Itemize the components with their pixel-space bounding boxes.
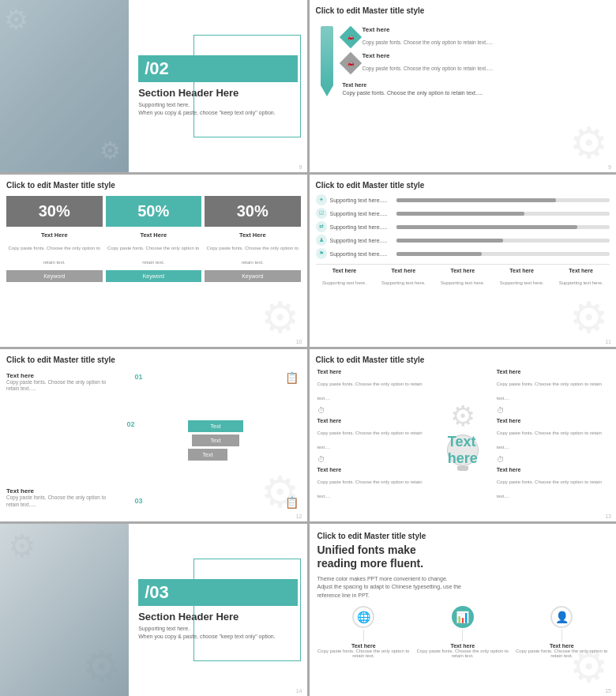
row-text-1: Supporting text here..... (330, 198, 393, 203)
section-header-title: Section Header Here (138, 87, 297, 99)
slide-number: 9 (299, 164, 302, 170)
step-left-bottom: Text here Copy paste fonts. Choose the o… (6, 487, 118, 508)
progress-bar-2 (396, 212, 610, 216)
slide7-content: /03 Section Header Here Supporting text … (129, 524, 306, 696)
clock-icon-4: ⏱ (497, 455, 505, 464)
step-left-top: Text here Copy paste fonts. Choose the o… (6, 372, 118, 393)
slide2-title: Click to edit Master title style (316, 6, 610, 15)
gear-watermark-7: ⚙ (8, 528, 36, 564)
s6-clock-row-4: ⏱ (497, 455, 608, 464)
slide-number-4: 11 (605, 339, 611, 344)
step-left-label2: Text here (6, 487, 118, 495)
step-box-teal-1: Text (188, 420, 243, 432)
icon-col-2: 📊 Text here Copy paste fonts. Choose the… (416, 606, 509, 658)
keyword-2[interactable]: Keyword (106, 270, 202, 282)
diamond-shape-1: 🚗 (339, 25, 361, 47)
section-header-sub3: Supporting text here. (138, 625, 297, 633)
slide8-desc: Theme color makes PPT more convenient to… (317, 575, 609, 600)
stat-box-2: 50% (106, 196, 202, 227)
icon-text-2: Text here Copy paste fonts. Choose the o… (416, 643, 509, 658)
slide-number-5: 12 (296, 514, 302, 519)
stats-row: 30% 50% 30% (6, 196, 301, 227)
slide-number-8: 15 (605, 688, 611, 694)
icon-col-3: 👤 Text here Copy paste fonts. Choose the… (516, 606, 609, 658)
text-label-3: Text Here Copy paste fonts. Choose the o… (205, 231, 301, 267)
text-labels-row: Text Here Copy paste fonts. Choose the o… (6, 231, 301, 267)
gear-icon: ⚙ (4, 4, 28, 36)
diamond-shape-2: 🚗 (339, 51, 361, 73)
slide-2: Click to edit Master title style 🚗 Text … (310, 0, 617, 172)
slide4-title: Click to edit Master title style (316, 181, 610, 190)
slide1-image: ⚙ ⚙ (0, 0, 129, 172)
vertical-line-1 (363, 630, 364, 641)
icon-row-2: ☑ Supporting text here..... (316, 208, 610, 219)
slide8-icons-row: 🌐 Text here Copy paste fonts. Choose the… (317, 606, 609, 658)
stat-box-1: 30% (6, 196, 103, 227)
slide2-extra-text: Text here Copy paste fonts. Choose the o… (343, 81, 610, 97)
label-col-3: Text here Supporting text here. (434, 268, 491, 288)
keyword-3[interactable]: Keyword (205, 270, 301, 282)
diamond-text-1: Text here Copy paste fonts. Choose the o… (362, 26, 494, 47)
text-label-1: Text Here Copy paste fonts. Choose the o… (6, 231, 103, 267)
slide6-body: Text here Copy paste fonts. Choose the o… (316, 367, 610, 502)
s6-clock-row-3: ⏱ (497, 406, 608, 415)
teal-center-text: Text here (448, 434, 478, 467)
gear-watermark-7b: ⚙ (82, 641, 121, 692)
section-number-3: /03 (138, 579, 297, 606)
s6-text-4: Text here Copy paste fonts. Choose the o… (497, 369, 608, 403)
slide5-center: 01 02 03 Text Text Text 📋 📋 (123, 369, 301, 511)
row-text-3: Supporting text here..... (330, 224, 393, 230)
section-number: /02 (138, 55, 297, 82)
diamond-text-2: Text here Copy paste fonts. Choose the o… (362, 52, 494, 73)
section-header-sub4: When you copy & paste, choose "keep text… (138, 633, 297, 641)
slide6-left: Text here Copy paste fonts. Choose the o… (317, 369, 429, 501)
lightbulb-graphic: Text here (447, 435, 479, 471)
bulb-base (457, 466, 468, 471)
step-number-01: 01 (135, 373, 143, 381)
slide7-image: ⚙ ⚙ (0, 524, 129, 696)
stat-number-1: 30% (9, 202, 100, 220)
decorative-border (193, 35, 300, 138)
stat-number-2: 50% (109, 202, 199, 220)
slide-3: Click to edit Master title style 30% 50%… (0, 175, 307, 347)
icon-row-3: ⇄ Supporting text here..... (316, 221, 610, 232)
slide8-headline: Unified fonts makereading more fluent. (317, 544, 609, 570)
section-header-title-2: Section Header Here (138, 611, 297, 623)
label-col-2: Text here Supporting text here. (374, 268, 432, 288)
section-header-sub1: Supporting text here. (138, 101, 297, 109)
slide-8: Click to edit Master title style Unified… (310, 524, 617, 696)
step-number-02: 02 (127, 420, 135, 428)
label-col-5: Text here Supporting text here. (552, 268, 610, 288)
label-row: Text here Supporting text here. Text her… (316, 268, 610, 288)
step-left-label: Text here (6, 372, 118, 379)
icon-text-1: Text here Copy paste fonts. Choose the o… (317, 643, 411, 658)
slide-6: Click to edit Master title style Text he… (310, 349, 617, 521)
chart-icon: 📊 (452, 606, 474, 628)
keyword-1[interactable]: Keyword (6, 270, 103, 282)
pencil-graphic (316, 26, 338, 162)
slide6-title: Click to edit Master title style (316, 356, 610, 364)
icon-row-5: ⚑ Supporting text here..... (316, 248, 610, 259)
progress-bar-1 (396, 198, 610, 202)
step-box-gray-1: Text (192, 435, 239, 446)
slide5-left: Text here Copy paste fonts. Choose the o… (6, 369, 118, 511)
slide2-text-here: Text here Copy paste fonts. Choose the o… (343, 81, 610, 97)
step-left-desc: Copy paste fonts. Choose the only option… (6, 379, 118, 393)
s6-text-5: Text here Copy paste fonts. Choose the o… (497, 418, 608, 452)
progress-bar-3 (396, 225, 610, 229)
icon-row-4: ♟ Supporting text here..... (316, 235, 610, 246)
star-icon: ✦ (316, 194, 327, 205)
slide-5: Click to edit Master title style Text he… (0, 349, 307, 521)
diamond-item-2: 🚗 Text here Copy paste fonts. Choose the… (343, 52, 610, 73)
step-left-desc2: Copy paste fonts. Choose the only option… (6, 495, 118, 508)
step-boxes: Text Text Text (188, 420, 243, 461)
clock-icon-1: ⏱ (317, 406, 325, 415)
progress-bar-5 (396, 252, 610, 256)
s6-text-6: Text here Copy paste fonts. Choose the o… (497, 467, 608, 501)
row-text-4: Supporting text here..... (330, 238, 393, 243)
person-icon: ♟ (316, 235, 327, 246)
slide6-center: ⚙ Text here (431, 369, 494, 501)
icon-col-1: 🌐 Text here Copy paste fonts. Choose the… (317, 606, 411, 658)
diamond-items: 🚗 Text here Copy paste fonts. Choose the… (343, 26, 610, 162)
slide-7: ⚙ ⚙ /03 Section Header Here Supporting t… (0, 524, 307, 696)
